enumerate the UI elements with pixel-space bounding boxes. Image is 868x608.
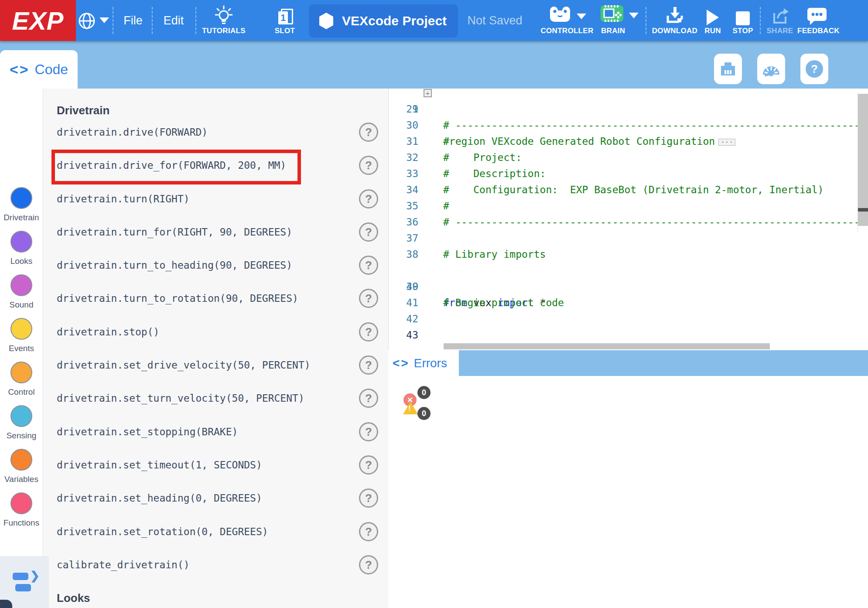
help-icon[interactable]: ? <box>359 488 378 508</box>
run-label: RUN <box>700 27 726 35</box>
help-icon[interactable]: ? <box>359 555 378 574</box>
command-item[interactable]: drivetrain.turn_to_rotation(90, DEGREES)… <box>43 282 388 315</box>
device-info-button[interactable] <box>714 54 742 84</box>
errors-tabbar: <> Errors <box>388 350 868 376</box>
help-icon[interactable]: ? <box>359 389 378 408</box>
help-icon[interactable]: ? <box>359 422 378 441</box>
top-toolbar: EXP File Edit <box>0 0 868 41</box>
warning-count-badge: 0 <box>417 407 431 420</box>
sidebar-item-sensing[interactable]: Sensing <box>0 405 43 441</box>
tab-errors[interactable]: <> Errors <box>388 350 459 376</box>
command-toolbox: Drivetrain drivetrain.drive(FORWARD) ? d… <box>43 89 388 608</box>
tab-code[interactable]: <> Code <box>0 50 78 89</box>
errors-tab-label: Errors <box>414 356 447 370</box>
sidebar-item-looks[interactable]: Looks <box>0 231 43 266</box>
tutorials-button[interactable]: TUTORIALS <box>198 0 249 41</box>
toolbar-divider <box>113 7 113 34</box>
edit-menu[interactable]: Edit <box>157 0 190 41</box>
blocks-icon: ❯ <box>11 571 38 594</box>
command-item[interactable]: drivetrain.set_heading(0, DEGREES) ? <box>43 482 388 515</box>
command-item[interactable]: calibrate_drivetrain() ? <box>43 548 388 581</box>
dashboard-button[interactable] <box>757 54 785 84</box>
fold-icon[interactable]: + <box>424 89 432 97</box>
sidebar-item-control[interactable]: Control <box>0 362 43 397</box>
question-icon: ? <box>806 60 823 78</box>
warning-count-icon: ! <box>403 402 418 414</box>
command-item[interactable]: drivetrain.turn_for(RIGHT, 90, DEGREES) … <box>43 215 388 249</box>
code-line: 34# Configuration: EXP BaseBot (Drivetra… <box>389 182 868 198</box>
code-editor[interactable]: 1 + #region VEXcode Generated Robot Conf… <box>388 89 868 350</box>
chevron-down-icon <box>577 14 586 19</box>
command-item[interactable]: drivetrain.set_stopping(BRAKE) ? <box>43 415 388 448</box>
sidebar-item-functions[interactable]: Functions <box>0 492 43 528</box>
code-angle-icon: <> <box>393 356 410 370</box>
code-line: 35# <box>389 198 868 214</box>
code-line: 1 + #region VEXcode Generated Robot Conf… <box>389 89 868 101</box>
code-line: 31# <box>389 133 868 150</box>
project-name-button[interactable]: VEXcode Project <box>309 4 458 38</box>
file-menu[interactable]: File <box>117 0 149 41</box>
help-icon[interactable]: ? <box>359 222 378 242</box>
help-icon[interactable]: ? <box>359 355 378 375</box>
sidebar-item-variables[interactable]: Variables <box>0 449 43 484</box>
error-count-badge: 0 <box>417 386 431 399</box>
stop-button[interactable]: STOP <box>729 0 756 41</box>
chevron-down-icon <box>99 17 109 23</box>
download-label: DOWNLOAD <box>652 27 698 35</box>
toolbar-divider <box>152 7 153 34</box>
command-item[interactable]: drivetrain.stop() ? <box>43 315 388 348</box>
slot-label: SLOT <box>266 27 304 35</box>
vertical-scrollbar-thumb[interactable] <box>858 94 868 226</box>
help-icon[interactable]: ? <box>359 522 378 541</box>
sidebar-item-drivetrain[interactable]: Drivetrain <box>0 187 43 222</box>
command-item[interactable]: drivetrain.drive(FORWARD) ? <box>43 116 388 149</box>
command-item[interactable]: drivetrain.set_drive_velocity(50, PERCEN… <box>43 348 388 382</box>
command-item[interactable]: drivetrain.turn_to_heading(90, DEGREES) … <box>43 249 388 282</box>
help-button-toolbar[interactable]: ? <box>800 54 828 84</box>
control-circle-icon <box>10 362 32 383</box>
brain-device-icon <box>718 59 738 79</box>
help-icon[interactable]: ? <box>359 123 378 142</box>
help-icon[interactable]: ? <box>359 322 378 342</box>
help-icon[interactable]: ? <box>359 156 378 175</box>
share-button[interactable]: SHARE <box>766 0 794 41</box>
code-tab-label: Code <box>35 61 68 78</box>
feedback-label: FEEDBACK <box>797 27 837 35</box>
tutorials-label: TUTORIALS <box>198 27 249 35</box>
drivetrain-circle-icon <box>10 187 32 209</box>
language-menu[interactable] <box>78 0 112 41</box>
exp-logo: EXP <box>0 0 76 41</box>
controller-button[interactable]: CONTROLLER <box>540 0 595 41</box>
brain-button[interactable]: BRAIN <box>598 0 640 41</box>
run-button[interactable]: RUN <box>700 0 726 41</box>
sidebar-item-sound[interactable]: Sound <box>0 274 43 310</box>
code-line-current: 43 <box>389 327 868 343</box>
help-icon[interactable]: ? <box>359 256 378 275</box>
command-item[interactable]: drivetrain.set_rotation(0, DEGREES) ? <box>43 515 388 548</box>
horizontal-scrollbar[interactable] <box>444 343 770 349</box>
code-line: 42 <box>389 311 868 327</box>
code-line: 30# ------------------------------------… <box>389 117 868 133</box>
slot-icon: 1 <box>266 0 304 25</box>
help-icon[interactable]: ? <box>359 289 378 308</box>
help-icon[interactable]: ? <box>359 455 378 475</box>
vexcode-app: EXP File Edit <box>0 0 868 608</box>
code-angle-icon: <> <box>10 61 30 78</box>
code-line: 38# Library imports <box>389 246 868 263</box>
code-line: 29 <box>389 101 868 117</box>
share-icon <box>766 0 794 25</box>
command-item[interactable]: drivetrain.turn(RIGHT) ? <box>43 182 388 215</box>
feedback-button[interactable]: FEEDBACK <box>797 0 837 41</box>
project-name: VEXcode Project <box>342 14 447 28</box>
command-item[interactable]: drivetrain.set_turn_velocity(50, PERCENT… <box>43 382 388 415</box>
help-icon[interactable]: ? <box>359 189 378 208</box>
command-item[interactable]: drivetrain.set_timeout(1, SECONDS) ? <box>43 448 388 482</box>
slot-button[interactable]: 1 SLOT <box>266 0 304 41</box>
save-status: Not Saved <box>463 0 526 41</box>
code-line: 41# Begin project code <box>389 295 868 311</box>
sidebar-item-events[interactable]: Events <box>0 318 43 353</box>
chevron-down-icon <box>629 13 639 18</box>
stop-icon <box>736 11 750 25</box>
download-button[interactable]: DOWNLOAD <box>652 0 698 41</box>
toolbar-divider <box>646 7 646 34</box>
